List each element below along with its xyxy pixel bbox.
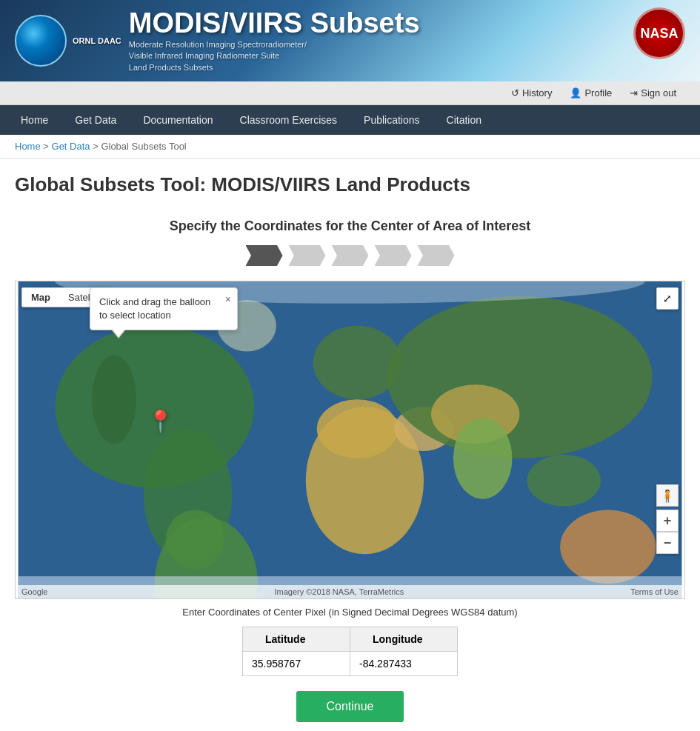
zoom-out-button[interactable]: − — [656, 532, 679, 554]
longitude-input[interactable] — [359, 658, 448, 670]
site-title-block: MODIS/VIIRS Subsets Moderate Resolution … — [129, 8, 420, 73]
map-tab-map[interactable]: Map — [22, 288, 59, 307]
nav-classroom[interactable]: Classroom Exercises — [227, 105, 350, 135]
nav-citation[interactable]: Citation — [433, 105, 495, 135]
globe-icon — [15, 15, 67, 67]
continue-btn-wrapper: Continue — [15, 691, 685, 731]
imagery-label: Imagery ©2018 NASA, TerraMetrics — [274, 587, 404, 596]
tooltip-close-button[interactable]: × — [225, 293, 231, 307]
site-header: ORNL DAAC MODIS/VIIRS Subsets Moderate R… — [0, 0, 700, 81]
svg-point-13 — [527, 455, 601, 507]
ornl-text: ORNL DAAC — [73, 36, 121, 46]
breadcrumb: Home > Get Data > Global Subsets Tool — [0, 135, 700, 158]
step-4[interactable] — [375, 245, 412, 266]
signout-nav-item[interactable]: ⇥ Sign out — [621, 84, 685, 101]
step-2[interactable] — [289, 245, 326, 266]
step-3[interactable] — [332, 245, 369, 266]
breadcrumb-home[interactable]: Home — [15, 141, 41, 152]
site-subtitle: Moderate Resolution Imaging Spectroradio… — [129, 39, 420, 73]
google-label: Google — [21, 587, 47, 596]
step-1[interactable] — [246, 245, 283, 266]
nav-home[interactable]: Home — [7, 105, 61, 135]
svg-point-8 — [317, 399, 398, 458]
svg-point-17 — [92, 356, 136, 444]
ornl-logo: ORNL DAAC — [15, 15, 121, 67]
lat-header: Latitude — [243, 627, 350, 652]
fullscreen-icon: ⤢ — [663, 293, 672, 304]
map-container[interactable]: Map Satellite Click and drag the balloon… — [15, 281, 685, 599]
svg-point-10 — [387, 296, 652, 458]
svg-point-12 — [453, 418, 513, 498]
nasa-logo: NASA — [633, 7, 685, 59]
svg-point-5 — [166, 510, 225, 570]
zoom-in-button[interactable]: + — [656, 510, 679, 532]
breadcrumb-get-data[interactable]: Get Data — [52, 141, 90, 152]
step-heading: Specify the Coordinates for the Center o… — [15, 218, 685, 234]
breadcrumb-current: Global Subsets Tool — [101, 141, 186, 152]
page-title: Global Subsets Tool: MODIS/VIIRS Land Pr… — [15, 173, 685, 204]
site-title: MODIS/VIIRS Subsets — [129, 8, 420, 39]
top-nav-bar: ↺ History 👤 Profile ⇥ Sign out — [0, 81, 700, 105]
continue-button[interactable]: Continue — [296, 691, 403, 722]
nav-documentation[interactable]: Documentation — [130, 105, 226, 135]
map-tooltip: Click and drag the balloon to select loc… — [90, 287, 238, 330]
coordinate-table: Latitude Longitude — [242, 627, 458, 676]
terms-label[interactable]: Terms of Use — [630, 587, 679, 596]
signout-icon: ⇥ — [630, 87, 638, 99]
profile-icon: 👤 — [570, 87, 581, 99]
history-icon: ↺ — [511, 87, 519, 99]
lat-cell[interactable] — [243, 652, 350, 676]
lon-header: Longitude — [350, 627, 458, 652]
map-marker[interactable]: 📍 — [147, 409, 173, 433]
map-footer: Google Imagery ©2018 NASA, TerraMetrics … — [16, 585, 684, 598]
svg-point-14 — [560, 510, 656, 584]
history-nav-item[interactable]: ↺ History — [502, 84, 561, 101]
page-content: Global Subsets Tool: MODIS/VIIRS Land Pr… — [0, 158, 700, 731]
zoom-controls: 🧍 + − — [656, 484, 679, 554]
latitude-input[interactable] — [252, 658, 341, 670]
street-view-button[interactable]: 🧍 — [656, 484, 679, 507]
profile-nav-item[interactable]: 👤 Profile — [561, 84, 621, 101]
step-indicators — [15, 245, 685, 266]
step-section: Specify the Coordinates for the Center o… — [15, 218, 685, 266]
main-nav: Home Get Data Documentation Classroom Ex… — [0, 105, 700, 135]
fullscreen-button[interactable]: ⤢ — [656, 287, 679, 310]
nav-publications[interactable]: Publications — [350, 105, 433, 135]
lon-cell[interactable] — [350, 652, 458, 676]
step-5[interactable] — [418, 245, 455, 266]
nav-get-data[interactable]: Get Data — [61, 105, 130, 135]
coordinate-label: Enter Coordinates of Center Pixel (in Si… — [15, 607, 685, 618]
tooltip-text: Click and drag the balloon to select loc… — [99, 296, 210, 321]
